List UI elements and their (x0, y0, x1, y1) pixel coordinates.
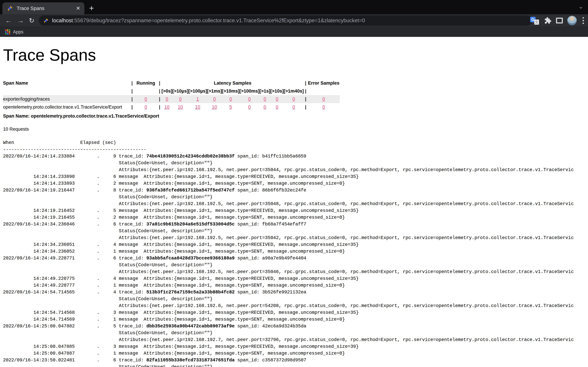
bucket-label: [>100ms] (239, 87, 259, 95)
side-panel-icon[interactable] (556, 18, 563, 24)
translate-icon[interactable]: G 文 (530, 17, 539, 25)
running-count-link[interactable]: 0 (144, 97, 147, 102)
trace-id: 37a81c9b615b204a6e515df533004d5c (147, 222, 235, 227)
bookmarks-bar: Apps (0, 27, 588, 37)
request-count: 10 Requests (3, 127, 588, 132)
log-line: Attributes:{net.peer.ip=192.168.192.6, n… (3, 302, 588, 309)
page-content: Trace Spans Span Name | Running | Latenc… (0, 37, 588, 367)
column-separator: | (130, 103, 134, 111)
column-separator: | (130, 79, 134, 87)
column-separator: | (304, 95, 307, 103)
log-line: 14:24:34.236052 . 1 message Attributes:{… (3, 248, 588, 255)
trace-id: 513b3f1c276a7159c5a2a33b88b4fc82 (147, 290, 235, 295)
log-line: 14:24:19.216452 . 5 message Attributes:{… (3, 207, 588, 214)
url-bar[interactable]: localhost:55679/debug/tracez?zspanname=o… (39, 16, 532, 26)
latency-bucket-link[interactable]: 1 (196, 97, 199, 102)
log-line: 2022/09/16-14:24:54.714565 . 4 trace_id:… (3, 289, 588, 296)
latency-bucket-link[interactable]: 0 (276, 104, 278, 109)
bucket-label: [>1s] (259, 87, 270, 95)
browser-tab-bar: Trace Spans ✕ + ⌄ (0, 0, 588, 14)
column-separator: | (304, 103, 307, 111)
log-line: Status{Code=Unset, description=""} (3, 296, 588, 302)
table-header-row: Span Name | Running | Latency Samples | … (3, 79, 340, 87)
log-line: Attributes:{net.peer.ip=192.168.192.5, n… (3, 167, 588, 173)
browser-menu-icon[interactable] (581, 17, 585, 24)
bucket-label: [>10s] (270, 87, 284, 95)
trace-id: 74be418390512c42346cddb02e38bb3f (147, 154, 235, 159)
trace-id: 936fa38fcfed661712ba547f5ed747cf (147, 188, 235, 193)
col-error-samples: Error Samples (307, 79, 340, 87)
column-separator: | (158, 79, 162, 87)
span-name-cell: opentelemetry.proto.collector.trace.v1.T… (3, 103, 130, 111)
browser-tab[interactable]: Trace Spans ✕ (2, 2, 84, 14)
column-separator: | (304, 87, 307, 95)
log-line: 14:24:34.236051 . 4 message Attributes:{… (3, 241, 588, 248)
col-span-name: Span Name (3, 79, 130, 87)
profile-avatar[interactable] (567, 16, 577, 25)
log-line: 14:24:49.220777 . 1 message Attributes:{… (3, 282, 588, 289)
span-name-cell: exporter/logging/traces (3, 95, 130, 103)
latency-bucket-link[interactable]: 0 (293, 97, 295, 102)
telescope-favicon-icon (7, 5, 13, 11)
table-row: opentelemetry.proto.collector.trace.v1.T… (3, 103, 340, 111)
log-line: 2022/09/16-14:24:19.216447 . 8 trace_id:… (3, 187, 588, 194)
latency-bucket-link[interactable]: 0 (264, 104, 266, 109)
bucket-label: [>100µs] (188, 87, 207, 95)
log-line: Status{Code=Unset, description=""} (3, 228, 588, 234)
column-separator: | (130, 95, 134, 103)
error-samples-link[interactable]: 0 (322, 97, 325, 102)
extensions-puzzle-icon[interactable] (544, 17, 552, 25)
new-tab-button[interactable]: + (89, 3, 94, 14)
bookmark-apps[interactable]: Apps (13, 29, 24, 35)
latency-bucket-link[interactable]: 0 (264, 97, 266, 102)
back-button[interactable]: ← (5, 16, 12, 25)
latency-bucket-link[interactable]: 0 (293, 104, 295, 109)
log-line: 2022/09/16-14:24:14.233884 . 9 trace_id:… (3, 153, 588, 160)
latency-bucket-link[interactable]: 0 (179, 97, 182, 102)
trace-id: 93abb5afcaa0428d37bccee9366188a9 (147, 256, 235, 261)
url-host: localhost (52, 17, 73, 24)
latency-bucket-link[interactable]: 10 (178, 104, 183, 109)
latency-bucket-link[interactable]: 5 (229, 104, 232, 109)
latency-bucket-link[interactable]: 0 (165, 97, 168, 102)
latency-bucket-link[interactable]: 0 (248, 97, 251, 102)
log-line: Status{Code=Unset, description=""} (3, 262, 588, 268)
log-line: 2022/09/16-14:24:49.220771 . 6 trace_id:… (3, 255, 588, 262)
log-line: 2022/09/16-14:24:34.236046 . 6 trace_id:… (3, 221, 588, 228)
error-samples-link[interactable]: 0 (322, 104, 325, 109)
running-count-link[interactable]: 0 (144, 104, 147, 109)
page-title: Trace Spans (3, 46, 588, 64)
selected-span-name: Span Name: opentelemetry.proto.collector… (3, 114, 588, 119)
latency-bucket-link[interactable]: 0 (213, 97, 216, 102)
close-tab-icon[interactable]: ✕ (76, 6, 80, 11)
url-path: :55679/debug/tracez?zspanname=openteleme… (73, 17, 365, 24)
forward-button[interactable]: → (17, 16, 24, 25)
telescope-favicon-icon (43, 18, 49, 23)
url-text: localhost:55679/debug/tracez?zspanname=o… (52, 17, 365, 24)
log-line: 14:24:54.714569 . 1 message Attributes:{… (3, 316, 588, 323)
bucket-header-row: | | [>0s] [>10µs] [>100µs] [>1ms] [>10ms… (3, 87, 340, 95)
span-table: Span Name | Running | Latency Samples | … (3, 79, 340, 111)
log-line: Attributes:{net.peer.ip=192.168.192.5, n… (3, 200, 588, 207)
column-separator: | (158, 87, 162, 95)
latency-bucket-link[interactable]: 0 (248, 104, 251, 109)
tab-search-chevron-icon[interactable]: ⌄ (579, 3, 583, 10)
apps-grid-icon[interactable] (5, 29, 10, 34)
bucket-label: [>10ms] (222, 87, 239, 95)
bucket-label: [>10µs] (172, 87, 188, 95)
log-line: Attributes:{net.peer.ip=192.168.192.7, n… (3, 336, 588, 343)
bucket-label: [>1m40s] (284, 87, 304, 95)
request-log: When Elapsed (sec) ---------------------… (3, 139, 588, 367)
latency-bucket-link[interactable]: 10 (195, 104, 200, 109)
latency-bucket-link[interactable]: 10 (212, 104, 217, 109)
log-line: Status{Code=Unset, description=""} (3, 194, 588, 200)
log-line: 2022/09/16-14:25:00.047882 . 5 trace_id:… (3, 323, 588, 330)
latency-bucket-link[interactable]: 0 (229, 97, 232, 102)
log-line: 14:25:00.047887 . 1 message Attributes:{… (3, 350, 588, 357)
log-line: Attributes:{net.peer.ip=192.168.192.5, n… (3, 234, 588, 241)
latency-bucket-link[interactable]: 0 (276, 97, 278, 102)
trace-id: dbb35e25936a90b4472cabb89073af9e (147, 324, 235, 329)
reload-button[interactable]: ↻ (29, 16, 34, 25)
latency-bucket-link[interactable]: 10 (164, 104, 169, 109)
log-line: 14:24:49.220775 . 4 message Attributes:{… (3, 275, 588, 282)
